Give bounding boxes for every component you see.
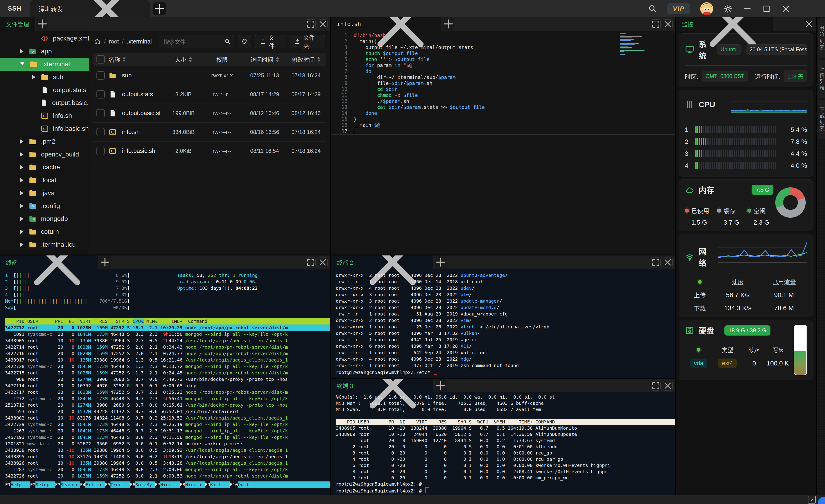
favorite-button[interactable] bbox=[238, 35, 251, 48]
process-row-3422729[interactable]: 3422729 systemd-c 20 0 1841M 173M 46448 … bbox=[5, 421, 330, 428]
tree-item-info.sh[interactable]: info.sh bbox=[0, 109, 89, 122]
close-panel-icon[interactable] bbox=[318, 19, 327, 29]
row-checkbox[interactable] bbox=[96, 90, 105, 98]
code-editor[interactable]: 1#!/bin/bash2__main() {3 output_file=~/.… bbox=[331, 30, 675, 135]
search-input[interactable]: 搜索文件 bbox=[159, 35, 234, 48]
new-session-button[interactable] bbox=[153, 2, 166, 15]
tree-item-output.stats[interactable]: output.stats bbox=[0, 84, 89, 96]
code-line-13[interactable]: 13 cat $dir/$param.stats >> $output_file bbox=[331, 104, 675, 110]
breadcrumb-root[interactable]: root bbox=[109, 38, 119, 45]
process-row-2[interactable]: 2 root 20 0 0 0 0 S 0.0 0.0 0:01.00 kthr… bbox=[336, 444, 675, 450]
column-header-5[interactable]: 修改时间 bbox=[286, 55, 326, 64]
process-row-3438917[interactable]: 3438917 root 10 -10 135M 39380 19964 S 1… bbox=[5, 357, 330, 363]
file-name[interactable]: output.basic.stats bbox=[122, 109, 160, 117]
search-field-icon[interactable] bbox=[224, 38, 231, 45]
expand-panel-icon[interactable] bbox=[651, 258, 661, 267]
code-line-10[interactable]: 10 cd $dir bbox=[331, 86, 675, 92]
process-row-1263[interactable]: 1263 systemd-c 20 0 1841M 173M 46448 S 0… bbox=[5, 428, 330, 434]
process-row-3438905[interactable]: 3438905 root 10 -10 138244 39380 19964 S… bbox=[336, 425, 675, 431]
process-row-4[interactable]: 4 root 0 -20 0 0 0 I 0.0 0.0 0:00.00 rcu… bbox=[336, 456, 675, 463]
add-terminal-button[interactable] bbox=[435, 379, 447, 392]
process-row-3422726[interactable]: 3422726 root 20 0 1028M 159M 47252 S 0.0… bbox=[5, 473, 330, 479]
tab-terminal-3[interactable]: 终端 3 bbox=[331, 379, 433, 392]
chevron-right-icon[interactable] bbox=[20, 178, 23, 182]
file-row-info.sh[interactable]: info.sh334.0BiBrw-r--r--08/16 16:5607/18… bbox=[92, 123, 326, 142]
add-editor-tab-button[interactable] bbox=[442, 17, 454, 30]
code-line-5[interactable]: 5 echo '' > $output_file bbox=[331, 56, 675, 62]
column-header-3[interactable]: 权限 bbox=[201, 55, 243, 64]
sort-arrows-icon[interactable] bbox=[189, 57, 192, 62]
side-tab-2[interactable]: 上传列表 bbox=[818, 60, 825, 98]
column-header-2[interactable]: 大小 bbox=[166, 55, 201, 64]
process-row-1[interactable]: 1 root 20 0 169040 12740 8444 S 0.0 0.2 … bbox=[336, 437, 675, 444]
tree-item-info.basic.sh[interactable]: info.basic.sh bbox=[0, 122, 89, 135]
add-terminal-button[interactable] bbox=[99, 255, 111, 269]
settings-gear-icon[interactable] bbox=[723, 4, 733, 13]
add-file-tab-button[interactable] bbox=[36, 17, 48, 30]
process-row-2513712[interactable]: 2513712 root 20 0 1274M 3900 2680 S 0.7 … bbox=[5, 402, 330, 408]
vip-badge[interactable]: VIP bbox=[667, 3, 690, 14]
shell-prompt[interactable]: root@iZwz9hgcn5aqiewmvhl4pxZ:/etc# bbox=[336, 369, 675, 375]
avatar[interactable] bbox=[700, 2, 713, 15]
close-panel-icon[interactable] bbox=[663, 381, 673, 391]
expand-panel-icon[interactable] bbox=[306, 258, 316, 267]
tree-item-.pm2[interactable]: .pm2 bbox=[0, 135, 89, 148]
close-panel-icon[interactable] bbox=[663, 258, 673, 267]
process-row-988[interactable]: 988 root 20 0 1274M 3900 2680 S 0.7 0.0 … bbox=[5, 376, 330, 383]
file-row-output.stats[interactable]: output.stats3.2KiBrw-r--r--08/17 14:2908… bbox=[92, 85, 326, 104]
chevron-right-icon[interactable] bbox=[20, 217, 23, 221]
shell-prompt[interactable]: root@iZwz9hgcn5aqiewmvhl4pxZ:~# bbox=[336, 487, 675, 494]
file-name[interactable]: sub bbox=[122, 72, 132, 79]
code-line-7[interactable]: 7 do bbox=[331, 68, 675, 74]
chevron-right-icon[interactable] bbox=[20, 230, 23, 234]
chevron-down-icon[interactable] bbox=[20, 62, 24, 67]
process-row-1272[interactable]: 1272 systemd-c 20 0 1841M 173M 46448 S 0… bbox=[5, 395, 330, 402]
chevron-right-icon[interactable] bbox=[20, 243, 23, 247]
row-checkbox[interactable] bbox=[96, 109, 105, 117]
chevron-right-icon[interactable] bbox=[20, 140, 23, 144]
tree-item-.xterminal[interactable]: .xterminal bbox=[0, 58, 89, 71]
add-terminal-button[interactable] bbox=[435, 255, 447, 269]
code-line-12[interactable]: 12 ./$param.sh bbox=[331, 98, 675, 104]
code-line-11[interactable]: 11 chmod +x $file bbox=[331, 92, 675, 98]
chevron-right-icon[interactable] bbox=[20, 49, 23, 54]
sort-arrows-icon[interactable] bbox=[276, 57, 279, 62]
tab-info-sh[interactable]: info.sh bbox=[331, 17, 441, 30]
expand-panel-icon[interactable] bbox=[651, 19, 661, 29]
tab-terminal-2[interactable]: 终端 2 bbox=[331, 255, 433, 269]
sort-arrows-icon[interactable] bbox=[123, 57, 126, 62]
shell-prompt[interactable]: root@iZwz9hgcn5aqiewmvhl4pxZ:~# bbox=[336, 481, 675, 487]
close-panel-icon[interactable] bbox=[805, 19, 814, 28]
process-row-3422712[interactable]: 3422712 root 20 0 1028M 159M 47252 S 16.… bbox=[5, 325, 330, 331]
breadcrumb[interactable]: / root / .xterminal bbox=[94, 38, 152, 45]
process-row-3[interactable]: 3 root 0 -20 0 0 0 I 0.0 0.0 0:00.00 rcu… bbox=[336, 450, 675, 456]
process-row-3438969[interactable]: 3438969 root 10 -10 24044 6620 5812 S 6.… bbox=[336, 431, 675, 437]
code-line-15[interactable]: 15} bbox=[331, 116, 675, 122]
side-tab-3[interactable]: 下载列表 bbox=[818, 100, 825, 139]
tree-item-sub[interactable]: sub bbox=[0, 71, 89, 84]
process-row-3477114[interactable]: 3477114 root 20 0 10752 4076 3252 R 0.7 … bbox=[5, 383, 330, 389]
chevron-right-icon[interactable] bbox=[32, 75, 35, 79]
column-header-1[interactable]: 名称 bbox=[108, 55, 166, 64]
code-line-14[interactable]: 14 done bbox=[331, 110, 675, 116]
code-line-9[interactable]: 9 file=$dir/$param.sh bbox=[331, 80, 675, 86]
file-name[interactable]: info.sh bbox=[122, 129, 140, 136]
tree-item-.terminal.icu[interactable]: .terminal.icu bbox=[0, 238, 89, 251]
code-line-6[interactable]: 6 for param in "$@" bbox=[331, 62, 675, 68]
process-row-1091[interactable]: 1091 systemd-c 20 0 1841M 173M 46448 S 3… bbox=[5, 331, 330, 337]
process-row-3422714[interactable]: 3422714 root 20 0 1028M 159M 47252 S 2.0… bbox=[5, 344, 330, 350]
tab-terminal-1[interactable]: 终端 bbox=[0, 255, 98, 269]
htop-function-key-bar[interactable]: F1Help F2Setup F3Search F4Filter F5Tree … bbox=[5, 482, 330, 488]
process-row-3422716[interactable]: 3422716 root 20 0 1028M 159M 47252 S 2.0… bbox=[5, 350, 330, 357]
chevron-right-icon[interactable] bbox=[20, 191, 23, 195]
process-row-3422717[interactable]: 3422717 root 20 0 1028M 159M 47252 S 0.7… bbox=[5, 389, 330, 395]
tree-item-.config[interactable]: .config bbox=[0, 199, 89, 213]
tree-item-.local[interactable]: .local bbox=[0, 174, 89, 187]
terminal-3-output[interactable]: %Cpu(s): 1.6 us, 1.6 sy, 0.0 ni, 96.8 id… bbox=[331, 392, 675, 494]
close-window-button[interactable] bbox=[781, 4, 791, 13]
tree-item-app[interactable]: app bbox=[0, 45, 89, 58]
code-line-17[interactable]: 17 bbox=[331, 128, 675, 135]
expand-panel-icon[interactable] bbox=[651, 381, 661, 391]
row-checkbox[interactable] bbox=[96, 147, 105, 155]
process-row-3422728[interactable]: 3422728 systemd-c 20 0 1841M 173M 46448 … bbox=[5, 363, 330, 369]
